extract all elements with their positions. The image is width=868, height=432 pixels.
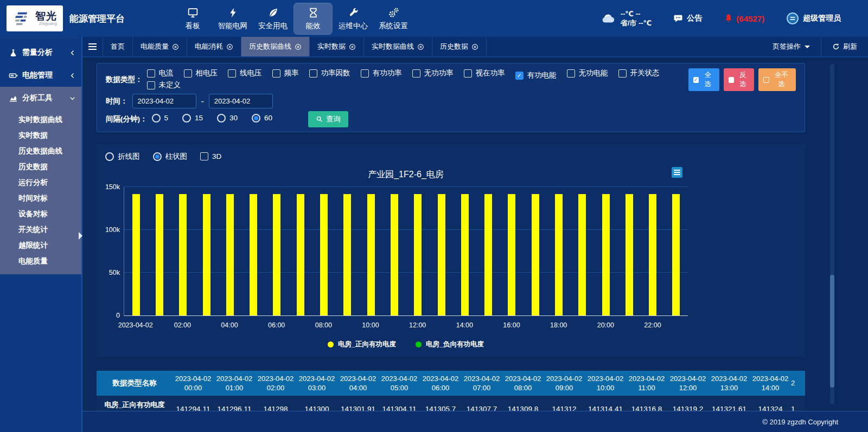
- bar-20:00: [602, 194, 610, 315]
- tab-label: 实时数据: [317, 42, 346, 51]
- sidebar-collapse-handle[interactable]: [79, 232, 82, 240]
- chart-type-bar-radio[interactable]: 柱状图: [153, 152, 188, 162]
- sidebar-item-设备对标[interactable]: 设备对标: [0, 206, 81, 222]
- app-body: 需量分析电能管理分析工具实时数据曲线实时数据历史数据曲线历史数据运行分析时间对标…: [0, 37, 868, 432]
- bar-00:00: [132, 194, 140, 315]
- scrollbar-thumb[interactable]: [830, 275, 834, 387]
- sidebar-group-电能管理[interactable]: 电能管理: [0, 64, 81, 87]
- brand-name: 智光: [35, 11, 57, 21]
- user-menu[interactable]: 超级管理员: [786, 12, 841, 25]
- sidebar-item-时间对标[interactable]: 时间对标: [0, 190, 81, 206]
- chevron-left-icon: [69, 49, 76, 56]
- datatype-checkbox-有功功率[interactable]: 有功功率: [361, 68, 402, 78]
- select-none-button[interactable]: 全不选: [758, 68, 796, 91]
- flask-icon: [9, 48, 18, 57]
- date-to-input[interactable]: [209, 94, 273, 108]
- nav-item-智能电网[interactable]: 智能电网: [214, 3, 252, 34]
- select-all-button[interactable]: 全选: [688, 68, 719, 91]
- tab-实时数据曲线[interactable]: 实时数据曲线: [364, 37, 432, 56]
- tab-电能质量[interactable]: 电能质量: [133, 37, 187, 56]
- close-icon[interactable]: [226, 43, 233, 50]
- close-icon[interactable]: [295, 43, 302, 50]
- chart-toolbox-dataview-icon[interactable]: [672, 167, 682, 178]
- tab-首页[interactable]: 首页: [103, 37, 133, 56]
- x-axis-labels: 2023-04-0202:0004:0006:0008:0010:0012:00…: [124, 319, 688, 331]
- table-header-name: 数据类型名称: [97, 371, 173, 396]
- bar-02:00: [179, 194, 187, 315]
- announcement-button[interactable]: 公告: [673, 14, 702, 23]
- sidebar-item-实时数据[interactable]: 实时数据: [0, 127, 81, 143]
- tab-实时数据[interactable]: 实时数据: [310, 37, 364, 56]
- refresh-label: 刷新: [843, 42, 857, 51]
- datatype-checkbox-功率因数[interactable]: 功率因数: [309, 68, 350, 78]
- nav-item-能效[interactable]: 能效: [294, 3, 332, 34]
- close-icon[interactable]: [417, 43, 424, 50]
- invert-select-button[interactable]: 反选: [724, 68, 755, 91]
- sidebar-group-需量分析[interactable]: 需量分析: [0, 41, 81, 64]
- table-value-cell: 141294.11: [173, 396, 214, 411]
- close-icon[interactable]: [471, 43, 478, 50]
- energy-efficiency-icon: [308, 7, 319, 18]
- datatype-checkbox-开关状态[interactable]: 开关状态: [618, 68, 660, 78]
- datatype-checkbox-有功电能[interactable]: 有功电能: [515, 70, 557, 80]
- table-row-label: 电房_正向有功电度(kWh): [97, 396, 173, 411]
- tab-menu-button[interactable]: [82, 37, 103, 56]
- bar-18:00: [555, 194, 563, 315]
- tab-历史数据[interactable]: 历史数据: [432, 37, 487, 56]
- datatype-checkbox-无功功率[interactable]: 无功功率: [412, 68, 454, 78]
- nav-item-安全用电[interactable]: 安全用电: [254, 3, 292, 34]
- legend-dot-icon: [416, 341, 422, 347]
- bar-13:00: [438, 194, 445, 315]
- table-value-cell: 141319.2: [667, 396, 709, 411]
- sidebar-item-越限统计[interactable]: 越限统计: [0, 237, 81, 253]
- tab-电能消耗[interactable]: 电能消耗: [187, 37, 241, 56]
- nav-item-系统设置[interactable]: 系统设置: [374, 3, 412, 34]
- bar-slot-13:00: [430, 187, 453, 315]
- bar-slot-04:00: [218, 187, 241, 315]
- checkbox-unchecked-icon: [618, 69, 627, 78]
- close-icon[interactable]: [172, 43, 179, 50]
- sidebar-item-历史数据[interactable]: 历史数据: [0, 159, 81, 175]
- interval-radio-15[interactable]: 15: [182, 114, 203, 122]
- brand-logo[interactable]: 智光 Zhiguang: [7, 5, 63, 31]
- bar-slot-14:00: [453, 187, 476, 315]
- refresh-button[interactable]: 刷新: [821, 37, 868, 56]
- datatype-checkbox-电流[interactable]: 电流: [147, 68, 174, 78]
- bar-chart-plot: 050k100k150k: [124, 187, 688, 316]
- query-button[interactable]: 查询: [308, 111, 348, 127]
- datatype-checkbox-视在功率[interactable]: 视在功率: [464, 68, 505, 78]
- datatype-checkbox-频率[interactable]: 频率: [272, 68, 299, 78]
- sidebar-group-分析工具[interactable]: 分析工具: [0, 87, 81, 109]
- date-from-input[interactable]: [132, 94, 196, 108]
- interval-radio-30[interactable]: 30: [217, 114, 238, 122]
- checkbox-label: 线电压: [240, 68, 262, 78]
- sidebar-item-开关统计[interactable]: 开关统计: [0, 222, 81, 237]
- close-icon[interactable]: [349, 43, 356, 50]
- tab-operations-dropdown[interactable]: 页签操作: [762, 37, 821, 56]
- chart-type-controls: 折线图 柱状图 3D: [97, 152, 805, 162]
- bar-04:00: [226, 194, 234, 315]
- datatype-checkbox-未定义[interactable]: 未定义: [147, 80, 181, 90]
- interval-label: 间隔(分钟)：: [106, 114, 148, 124]
- datatype-checkbox-相电压[interactable]: 相电压: [184, 68, 218, 78]
- chart-3d-checkbox[interactable]: 3D: [200, 152, 221, 160]
- sidebar-item-历史数据曲线[interactable]: 历史数据曲线: [0, 143, 81, 159]
- legend-item-电房_负向有功电度[interactable]: 电房_负向有功电度: [416, 340, 484, 349]
- interval-radio-5[interactable]: 5: [152, 114, 169, 122]
- sidebar-item-电能质量[interactable]: 电能质量: [0, 253, 81, 269]
- tab-历史数据曲线[interactable]: 历史数据曲线: [241, 37, 310, 56]
- sidebar-item-运行分析[interactable]: 运行分析: [0, 175, 81, 190]
- interval-radio-60[interactable]: 60: [252, 114, 272, 122]
- nav-item-运维中心[interactable]: 运维中心: [334, 3, 372, 34]
- bar-slot-22:00: [641, 187, 665, 315]
- sidebar-item-实时数据曲线[interactable]: 实时数据曲线: [0, 112, 81, 127]
- nav-item-看板[interactable]: 看板: [174, 3, 212, 34]
- checkbox-label: 视在功率: [476, 68, 505, 78]
- app-title: 能源管理平台: [69, 12, 125, 25]
- legend-item-电房_正向有功电度[interactable]: 电房_正向有功电度: [328, 340, 396, 349]
- alarm-button[interactable]: (64527): [724, 14, 764, 23]
- content-scrollbar[interactable]: [830, 64, 834, 404]
- datatype-checkbox-线电压[interactable]: 线电压: [228, 68, 262, 78]
- chart-type-line-radio[interactable]: 折线图: [105, 152, 140, 162]
- datatype-checkbox-无功电能[interactable]: 无功电能: [567, 68, 608, 78]
